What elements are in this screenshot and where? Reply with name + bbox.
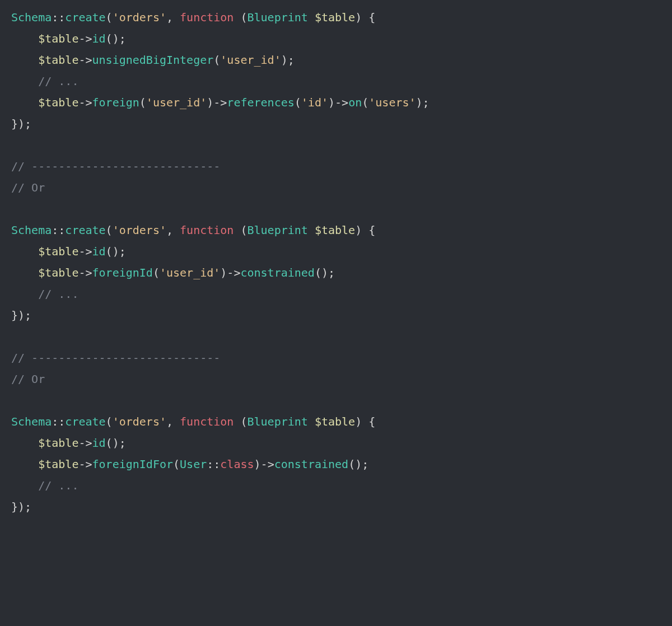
code-token: :: xyxy=(52,223,65,237)
code-token: )-> xyxy=(220,266,240,279)
code-token: ( xyxy=(173,457,180,471)
code-token: -> xyxy=(78,266,92,279)
code-token: 'user_id' xyxy=(220,53,281,67)
code-token: ( xyxy=(106,415,113,428)
code-line: // ... xyxy=(11,283,661,305)
code-token xyxy=(308,11,315,24)
code-line: // ---------------------------- xyxy=(11,156,661,177)
code-token: }); xyxy=(11,117,31,130)
code-token: (); xyxy=(106,32,126,45)
code-token: ) { xyxy=(355,223,375,237)
code-token: -> xyxy=(78,457,92,471)
code-token: }); xyxy=(11,309,31,322)
code-line xyxy=(11,326,661,347)
code-token: $table xyxy=(315,223,355,237)
code-token: (); xyxy=(106,245,126,258)
code-token: )-> xyxy=(207,96,227,109)
code-token xyxy=(11,287,38,301)
code-token: class xyxy=(220,457,254,471)
code-token: id xyxy=(92,436,106,450)
code-line: $table->foreignIdFor(User::class)->const… xyxy=(11,454,661,475)
code-token: ( xyxy=(295,96,301,109)
code-token: // Or xyxy=(11,181,45,194)
code-token: ( xyxy=(106,223,113,237)
code-token: on xyxy=(348,96,362,109)
code-block: Schema::create('orders', function (Bluep… xyxy=(0,0,672,524)
code-token: }); xyxy=(11,500,31,513)
code-line: $table->id(); xyxy=(11,28,661,49)
code-token: Blueprint xyxy=(247,223,307,237)
code-line xyxy=(11,134,661,156)
code-token: :: xyxy=(52,415,65,428)
code-token: )-> xyxy=(254,457,274,471)
code-token: 'user_id' xyxy=(160,266,220,279)
code-token: foreignIdFor xyxy=(92,457,174,471)
code-line: // Or xyxy=(11,177,661,198)
code-token xyxy=(11,74,38,88)
code-token: -> xyxy=(78,32,92,45)
code-token: Schema xyxy=(11,11,52,24)
code-token: function xyxy=(180,11,234,24)
code-line: $table->id(); xyxy=(11,432,661,454)
code-line: $table->foreign('user_id')->references('… xyxy=(11,92,661,113)
code-token: $table xyxy=(38,457,78,471)
code-token: function xyxy=(180,223,234,237)
code-token: foreignId xyxy=(92,266,153,279)
code-token: $table xyxy=(38,266,78,279)
code-token: // ---------------------------- xyxy=(11,160,220,173)
code-token: $table xyxy=(38,32,78,45)
code-token: // ---------------------------- xyxy=(11,351,220,365)
code-line: Schema::create('orders', function (Bluep… xyxy=(11,219,661,241)
code-token: , xyxy=(166,11,180,24)
code-token xyxy=(11,32,38,45)
code-token: ( xyxy=(234,223,247,237)
code-token: User xyxy=(180,457,207,471)
code-token: $table xyxy=(315,11,355,24)
code-token: ); xyxy=(281,53,295,67)
code-token: constrained xyxy=(274,457,348,471)
code-token: $table xyxy=(38,436,78,450)
code-token: (); xyxy=(106,436,126,450)
code-token: $table xyxy=(38,53,78,67)
code-token: create xyxy=(65,223,105,237)
code-token: create xyxy=(65,415,105,428)
code-line: }); xyxy=(11,113,661,134)
code-token: constrained xyxy=(240,266,314,279)
code-line: Schema::create('orders', function (Bluep… xyxy=(11,411,661,432)
code-token: // Or xyxy=(11,372,45,386)
code-token: -> xyxy=(78,245,92,258)
code-token: , xyxy=(166,223,180,237)
code-line: $table->foreignId('user_id')->constraine… xyxy=(11,262,661,283)
code-token xyxy=(11,457,38,471)
code-token: -> xyxy=(78,436,92,450)
code-token: // ... xyxy=(38,287,78,301)
code-token: references xyxy=(227,96,294,109)
code-line: }); xyxy=(11,496,661,517)
code-token: 'orders' xyxy=(113,415,166,428)
code-token: :: xyxy=(52,11,65,24)
code-token xyxy=(308,223,315,237)
code-token: -> xyxy=(78,53,92,67)
code-token: 'users' xyxy=(368,96,416,109)
code-token: :: xyxy=(207,457,220,471)
code-token: ( xyxy=(106,11,113,24)
code-token: , xyxy=(166,415,180,428)
code-token: $table xyxy=(38,245,78,258)
code-token: (); xyxy=(315,266,335,279)
code-token: 'user_id' xyxy=(146,96,207,109)
code-token: // ... xyxy=(38,479,78,492)
code-token: Blueprint xyxy=(247,11,307,24)
code-line: // Or xyxy=(11,368,661,390)
code-token: $table xyxy=(38,96,78,109)
code-token: 'orders' xyxy=(113,223,166,237)
code-line: }); xyxy=(11,305,661,326)
code-token: foreign xyxy=(92,96,139,109)
code-token: unsignedBigInteger xyxy=(92,53,214,67)
code-token: -> xyxy=(78,96,92,109)
code-token xyxy=(11,436,38,450)
code-token: id xyxy=(92,32,106,45)
code-token: ( xyxy=(139,96,146,109)
code-token: id xyxy=(92,245,106,258)
code-token: ( xyxy=(153,266,160,279)
code-token xyxy=(11,96,38,109)
